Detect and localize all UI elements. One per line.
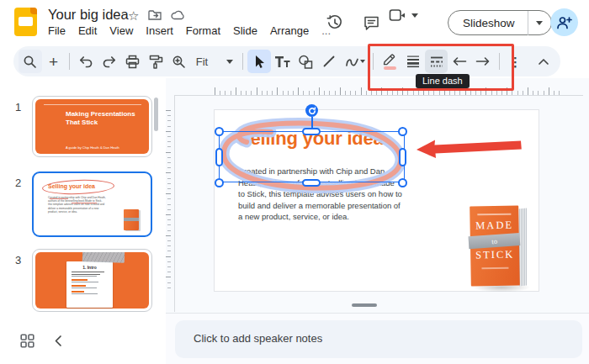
filmstrip-scrollbar[interactable] [154, 98, 158, 131]
menu-insert[interactable]: Insert [146, 24, 173, 37]
slideshow-split-button: Slideshow [448, 10, 552, 35]
toolbar-divider [69, 53, 70, 70]
meet-dropdown-caret[interactable] [411, 13, 418, 18]
speaker-notes-zone: Click to add speaker notes [166, 313, 589, 364]
fit-caret [226, 60, 233, 64]
toolbar-divider [373, 53, 374, 70]
line-start-button[interactable] [448, 50, 471, 73]
slideshow-dropdown[interactable] [528, 21, 551, 25]
slide-canvas[interactable]: Selling your idea Created in partnership… [166, 78, 589, 313]
titlebar: Your big idea ☆ File Edit View Insert Fo… [0, 0, 589, 44]
thumb3-card-title: 1. Intro [72, 265, 108, 270]
kebab-icon: ⋮ [509, 55, 522, 68]
horizontal-scrollbar[interactable] [352, 303, 377, 307]
border-color-swatch [384, 66, 396, 70]
collapse-filmstrip-button[interactable] [54, 335, 62, 347]
toolbar-divider [499, 53, 500, 70]
fit-label: Fit [196, 55, 208, 68]
resize-handle-s[interactable] [302, 179, 321, 187]
menu-edit[interactable]: Edit [78, 24, 97, 37]
resize-handle-n[interactable] [302, 128, 321, 135]
hide-menus-button[interactable] [532, 50, 555, 73]
select-tool-button[interactable] [247, 50, 271, 73]
resize-handle-ne[interactable] [398, 127, 407, 136]
cloud-status-icon[interactable] [171, 9, 185, 22]
resize-handle-e[interactable] [399, 148, 406, 166]
horizontal-ruler [215, 87, 563, 95]
redo-button[interactable] [98, 50, 121, 73]
thumb2-book-image [124, 209, 139, 230]
scribble-tool-button[interactable] [341, 50, 369, 73]
menu-arrange[interactable]: Arrange [270, 24, 309, 37]
grid-view-button[interactable] [20, 334, 34, 348]
slide-1-number: 1 [15, 101, 21, 113]
undo-button[interactable] [74, 50, 98, 73]
version-history-button[interactable] [321, 8, 349, 37]
resize-handle-sw[interactable] [215, 178, 224, 187]
slide-3-thumbnail[interactable]: 1. Intro [32, 249, 152, 312]
resize-handle-nw[interactable] [215, 127, 224, 136]
resize-handle-w[interactable] [215, 148, 223, 166]
line-end-button[interactable] [471, 50, 495, 73]
thumb3-note-card: 1. Intro [66, 261, 113, 308]
ruler-baseline [174, 95, 583, 96]
more-options-button[interactable]: ⋮ [504, 50, 528, 73]
line-dash-tooltip: Line dash [416, 74, 470, 88]
menu-bar: File Edit View Insert Format Slide Arran… [48, 24, 331, 37]
shape-tool-button[interactable] [294, 50, 317, 73]
scribble-dropdown-caret [360, 60, 365, 63]
meet-camera-icon[interactable] [389, 8, 406, 22]
speaker-notes-placeholder: Click to add speaker notes [194, 332, 322, 345]
selection-bounding-box[interactable] [219, 131, 405, 182]
thumb2-red-mark [72, 203, 97, 203]
thumb1-divider [44, 104, 141, 105]
rotation-handle[interactable] [305, 104, 318, 117]
google-slides-window: Your big idea ☆ File Edit View Insert Fo… [0, 0, 589, 364]
fit-zoom-select[interactable]: Fit [191, 50, 238, 73]
text-box-button[interactable] [271, 50, 294, 73]
thumb2-red-mark [50, 198, 68, 199]
made-to-stick-book-image[interactable]: MADE to STICK [467, 201, 544, 298]
paint-format-button[interactable] [144, 50, 167, 73]
line-weight-button[interactable] [401, 50, 425, 73]
thumb2-scribble-annotation [42, 179, 115, 196]
menu-file[interactable]: File [48, 24, 66, 37]
border-color-button[interactable] [378, 50, 401, 73]
speaker-notes-input[interactable]: Click to add speaker notes [175, 320, 582, 358]
thumb3-tape-image [82, 252, 125, 263]
slideshow-button[interactable]: Slideshow [448, 17, 528, 29]
star-icon[interactable]: ☆ [128, 9, 139, 22]
plus-icon: + [49, 54, 58, 70]
slide-1-thumbnail[interactable]: Making Presentations That Stick A guide … [32, 96, 152, 157]
menu-slide[interactable]: Slide [233, 24, 257, 37]
print-button[interactable] [121, 50, 145, 73]
slide-2-number: 2 [15, 177, 21, 189]
line-dash-button[interactable] [425, 50, 448, 73]
toolbar-divider [242, 53, 243, 70]
book-tape: to [469, 233, 521, 249]
book-word-stick: STICK [475, 249, 514, 262]
move-folder-icon[interactable] [148, 9, 162, 22]
thumb1-title: Making Presentations That Stick [66, 110, 136, 126]
resize-handle-se[interactable] [398, 178, 407, 187]
document-title[interactable]: Your big idea [48, 7, 129, 23]
menu-format[interactable]: Format [186, 24, 220, 37]
comments-button[interactable] [357, 8, 385, 37]
line-tool-button[interactable] [317, 50, 341, 73]
menu-view[interactable]: View [109, 24, 133, 37]
toolbar: + Fit [13, 46, 560, 76]
share-button[interactable] [550, 8, 578, 36]
slide-3-number: 3 [15, 254, 21, 266]
new-slide-button[interactable]: + [42, 50, 66, 73]
filmstrip: 1 Making Presentations That Stick A guid… [0, 78, 166, 364]
slides-logo-icon[interactable] [14, 8, 37, 36]
zoom-button[interactable] [167, 50, 191, 73]
vertical-ruler [166, 110, 172, 293]
search-menus-button[interactable] [19, 50, 42, 73]
slide-2-thumbnail[interactable]: Selling your idea Created in partnership… [32, 171, 152, 237]
book-cover: MADE to STICK [470, 206, 520, 287]
red-arrow-annotation [414, 135, 523, 159]
ruler-baseline-v [174, 95, 175, 312]
book-word-made: MADE [475, 219, 513, 233]
thumb1-subtitle: A guide by Chip Heath & Dan Heath [66, 145, 141, 150]
